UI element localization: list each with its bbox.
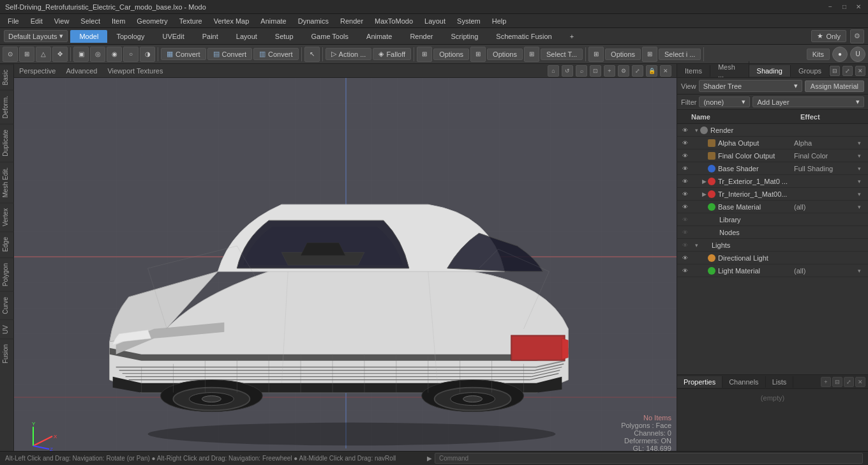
shader-tree-dropdown[interactable]: Shader Tree ▾ <box>699 80 802 92</box>
eye-render[interactable]: 👁 <box>680 125 690 135</box>
tb-convert-3[interactable]: ▥ Convert <box>253 48 299 60</box>
expand-trinterior[interactable]: ▶ <box>700 190 708 198</box>
assign-material-button[interactable]: Assign Material <box>805 80 864 92</box>
tb-kits-button[interactable]: Kits <box>807 49 830 60</box>
tab-topology[interactable]: Topology <box>107 30 153 43</box>
vp-btn-home[interactable]: ⌂ <box>548 65 559 77</box>
sidebar-tab-fusion[interactable]: Fusion <box>0 339 14 369</box>
menu-texture[interactable]: Texture <box>174 16 207 26</box>
filter-dropdown[interactable]: (none) ▾ <box>699 96 750 107</box>
tab-add[interactable]: + <box>561 30 583 43</box>
tab-model[interactable]: Model <box>70 30 107 43</box>
menu-help[interactable]: Help <box>487 16 512 26</box>
sidebar-tab-curve[interactable]: Curve <box>0 291 14 319</box>
add-layer-dropdown[interactable]: Add Layer ▾ <box>752 96 864 107</box>
tb-options-3[interactable]: Options <box>605 49 641 60</box>
tb-icon-2[interactable]: ⊞ <box>19 47 34 62</box>
tb-convert-1[interactable]: ▦ Convert <box>161 48 206 60</box>
tb-icon-b[interactable]: ⊞ <box>470 47 486 62</box>
eye-dirlight[interactable]: 👁 <box>680 253 690 263</box>
eye-basematerial[interactable]: 👁 <box>680 202 690 212</box>
tb-icon-5[interactable]: ▣ <box>73 47 89 62</box>
menu-view[interactable]: View <box>49 16 75 26</box>
tb-icon-c[interactable]: ⊞ <box>524 47 539 62</box>
layout-dropdown[interactable]: Default Layouts ▾ <box>4 30 68 42</box>
menu-maxtomode[interactable]: MaxToModo <box>370 16 418 26</box>
layout-gear-button[interactable]: ⚙ <box>850 29 864 43</box>
maximize-button[interactable]: □ <box>840 3 849 11</box>
tab-schematic-fusion[interactable]: Schematic Fusion <box>487 30 560 43</box>
tb-icon-4[interactable]: ✥ <box>52 47 68 62</box>
menu-geometry[interactable]: Geometry <box>131 16 172 26</box>
panel-tab-close[interactable]: ✕ <box>855 66 865 76</box>
tree-row-base-material[interactable]: 👁 Base Material (all) ▾ <box>677 201 868 213</box>
menu-item[interactable]: Item <box>107 16 130 26</box>
tab-paint[interactable]: Paint <box>193 30 227 43</box>
menu-animate[interactable]: Animate <box>255 16 291 26</box>
tree-row-alpha[interactable]: 👁 Alpha Output Alpha ▾ <box>677 137 868 149</box>
eye-nodes[interactable]: 👁 <box>680 227 690 238</box>
tree-row-light-material[interactable]: 👁 Light Material (all) ▾ <box>677 264 868 277</box>
panel-tab-mesh[interactable]: Mesh ... <box>710 61 749 80</box>
eye-finalcolor[interactable]: 👁 <box>680 151 690 161</box>
tree-row-tr-interior[interactable]: 👁 ▶ Tr_Interior_1_Mat00... ▾ <box>677 188 868 201</box>
vp-btn-settings[interactable]: ⚙ <box>618 65 629 77</box>
star-only-button[interactable]: ★ Only <box>811 30 846 42</box>
viewport[interactable]: Perspective Advanced Viewport Textures ⌂… <box>14 64 677 451</box>
eye-trinterior[interactable]: 👁 <box>680 189 690 199</box>
sidebar-tab-vertex[interactable]: Vertex <box>0 202 14 231</box>
panel-tab-items[interactable]: Items <box>677 65 710 77</box>
tb-options-1[interactable]: Options <box>433 49 469 60</box>
menu-render[interactable]: Render <box>335 16 368 26</box>
vp-btn-lock[interactable]: 🔒 <box>646 65 657 77</box>
prop-close-button[interactable]: ✕ <box>855 377 865 387</box>
prop-tab-channels[interactable]: Channels <box>722 376 765 388</box>
prop-expand-button[interactable]: ⤢ <box>844 377 854 387</box>
vp-btn-plus[interactable]: + <box>604 65 615 77</box>
sidebar-tab-meshedit[interactable]: Mesh Edit. <box>0 162 14 202</box>
vp-btn-search[interactable]: ⌕ <box>576 65 587 77</box>
tb-icon-7[interactable]: ◉ <box>107 47 122 62</box>
tb-icon-arrow[interactable]: ↖ <box>304 47 320 62</box>
menu-vertexmap[interactable]: Vertex Map <box>209 16 255 26</box>
panel-tab-expand[interactable]: ⤢ <box>842 66 853 76</box>
tb-options-2[interactable]: Options <box>487 49 523 60</box>
tree-row-library[interactable]: 👁 Library <box>677 213 868 226</box>
eye-baseshader[interactable]: 👁 <box>680 164 690 174</box>
tree-row-tr-exterior[interactable]: 👁 ▶ Tr_Exterior_1_Mat0 ... ▾ <box>677 175 868 188</box>
eye-lightmat[interactable]: 👁 <box>680 266 690 276</box>
expand-lights[interactable]: ▾ <box>692 241 700 249</box>
vp-tab-textures[interactable]: Viewport Textures <box>107 67 163 75</box>
tree-row-directional-light[interactable]: 👁 Directional Light <box>677 252 868 264</box>
menu-edit[interactable]: Edit <box>26 16 48 26</box>
expand-render[interactable]: ▾ <box>692 126 700 134</box>
tb-selecti-button[interactable]: Select i ... <box>659 49 701 60</box>
tab-uvedit[interactable]: UVEdit <box>153 30 193 43</box>
sidebar-tab-uv[interactable]: UV <box>0 319 14 339</box>
tb-icon-d[interactable]: ⊞ <box>588 47 604 62</box>
vp-tab-perspective[interactable]: Perspective <box>19 67 56 75</box>
menu-select[interactable]: Select <box>75 16 105 26</box>
tab-game-tools[interactable]: Game Tools <box>303 30 358 43</box>
prop-add-button[interactable]: + <box>821 377 831 387</box>
tree-row-nodes[interactable]: 👁 Nodes <box>677 226 868 239</box>
tb-icon-9[interactable]: ◑ <box>140 47 155 62</box>
tb-action-button[interactable]: ▷ Action ... <box>326 48 372 60</box>
minimize-button[interactable]: − <box>826 3 835 11</box>
tree-row-final-color[interactable]: 👁 Final Color Output Final Color ▾ <box>677 149 868 162</box>
eye-alpha[interactable]: 👁 <box>680 138 690 148</box>
close-button[interactable]: ✕ <box>854 3 863 11</box>
prop-restore-button[interactable]: ⊟ <box>832 377 842 387</box>
panel-tab-restore[interactable]: ⊟ <box>830 66 840 76</box>
prop-tab-lists[interactable]: Lists <box>766 376 794 388</box>
sidebar-tab-polygon[interactable]: Polygon <box>0 257 14 291</box>
menu-system[interactable]: System <box>452 16 486 26</box>
sidebar-tab-duplicate[interactable]: Duplicate <box>0 124 14 162</box>
sidebar-tab-deform[interactable]: Deform. <box>0 90 14 124</box>
tb-selectt-button[interactable]: Select T... <box>541 49 583 60</box>
sidebar-tab-edge[interactable]: Edge <box>0 231 14 257</box>
tb-round-btn-1[interactable]: ● <box>832 47 848 62</box>
tab-scripting[interactable]: Scripting <box>442 30 488 43</box>
vp-btn-close[interactable]: ✕ <box>660 65 671 77</box>
tb-icon-1[interactable]: ⊙ <box>3 47 18 62</box>
